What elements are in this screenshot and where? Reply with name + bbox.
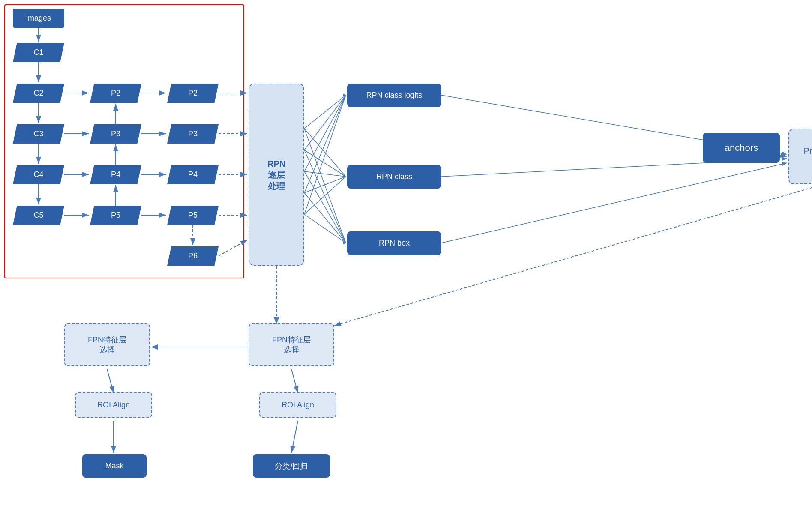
svg-line-26 [304, 95, 346, 171]
p3-out-label: P3 [188, 129, 198, 138]
c3-node: C3 [13, 124, 64, 144]
svg-line-33 [304, 177, 346, 193]
p3-fpn-node: P3 [90, 124, 141, 144]
images-label: images [26, 14, 51, 23]
svg-line-31 [304, 150, 346, 177]
svg-line-32 [304, 171, 346, 177]
p2-out-label: P2 [188, 89, 198, 98]
svg-line-44 [441, 163, 787, 243]
p4-out-label: P4 [188, 170, 198, 179]
mask-label: Mask [105, 461, 123, 470]
fpn-select2-label: FPN特征层选择 [272, 335, 311, 355]
svg-line-27 [304, 95, 346, 193]
c4-node: C4 [13, 165, 64, 184]
roi-align1-node: ROI Align [75, 392, 152, 418]
anchors-label: anchors [725, 142, 758, 153]
p5-out-label: P5 [188, 211, 198, 220]
rpn-box-label: RPN box [379, 239, 410, 248]
p2-out-node: P2 [167, 84, 219, 103]
svg-line-36 [304, 129, 346, 243]
rpn-block-label: RPN逐层处理 [267, 158, 285, 192]
anchors-node: anchors [703, 133, 780, 163]
p4-fpn-label: P4 [111, 170, 120, 179]
classify-label: 分类/回归 [275, 461, 308, 471]
fpn-select1-node: FPN特征层选择 [64, 323, 150, 366]
svg-line-50 [107, 369, 114, 393]
p3-out-node: P3 [167, 124, 219, 144]
svg-line-38 [304, 171, 346, 243]
p4-out-node: P4 [167, 165, 219, 184]
c1-label: C1 [33, 48, 43, 57]
rpn-class-label: RPN class [376, 172, 412, 181]
svg-line-23 [219, 240, 247, 256]
c5-node: C5 [13, 206, 64, 225]
p5-out-node: P5 [167, 206, 219, 225]
svg-marker-29 [343, 93, 346, 97]
roi-align2-label: ROI Align [282, 401, 314, 410]
c2-node: C2 [13, 84, 64, 103]
svg-line-24 [304, 95, 346, 129]
p4-fpn-node: P4 [90, 165, 141, 184]
roi-align1-label: ROI Align [97, 401, 130, 410]
c1-node: C1 [13, 43, 64, 62]
p3-fpn-label: P3 [111, 129, 120, 138]
c2-label: C2 [33, 89, 43, 98]
p6-out-node: P6 [167, 246, 219, 266]
svg-marker-35 [343, 175, 346, 178]
svg-line-34 [304, 177, 346, 214]
rpn-class-logits-node: RPN class logits [347, 84, 441, 107]
classify-node: 分类/回归 [253, 454, 330, 478]
p2-fpn-node: P2 [90, 84, 141, 103]
svg-line-52 [291, 421, 298, 453]
svg-line-47 [334, 185, 812, 326]
svg-line-28 [304, 95, 346, 214]
c4-label: C4 [33, 170, 43, 179]
proposal-filter-node: Proposal筛选 [788, 129, 812, 184]
p2-fpn-label: P2 [111, 89, 120, 98]
images-node: images [13, 9, 64, 28]
mask-node: Mask [82, 454, 147, 478]
roi-align2-node: ROI Align [259, 392, 336, 418]
c5-label: C5 [33, 211, 43, 220]
diagram-container: images C1 C2 C3 C4 C5 P2 P3 P4 P5 P2 P3 … [0, 0, 812, 527]
svg-line-48 [291, 369, 298, 393]
svg-line-40 [304, 214, 346, 243]
fpn-select2-node: FPN特征层选择 [249, 323, 334, 366]
proposal-filter-label: Proposal筛选 [804, 145, 812, 168]
p5-fpn-label: P5 [111, 211, 120, 220]
svg-line-30 [304, 129, 346, 177]
fpn-select1-label: FPN特征层选择 [88, 335, 126, 355]
rpn-box-node: RPN box [347, 231, 441, 255]
arrows-overlay [0, 0, 812, 527]
p5-fpn-node: P5 [90, 206, 141, 225]
rpn-block-node: RPN逐层处理 [249, 84, 304, 266]
svg-line-39 [304, 193, 346, 243]
svg-line-25 [304, 95, 346, 150]
svg-line-37 [304, 150, 346, 243]
p6-out-label: P6 [188, 252, 198, 261]
c3-label: C3 [33, 129, 43, 138]
rpn-class-logits-label: RPN class logits [366, 91, 422, 100]
rpn-class-node: RPN class [347, 165, 441, 189]
svg-marker-41 [343, 241, 346, 245]
